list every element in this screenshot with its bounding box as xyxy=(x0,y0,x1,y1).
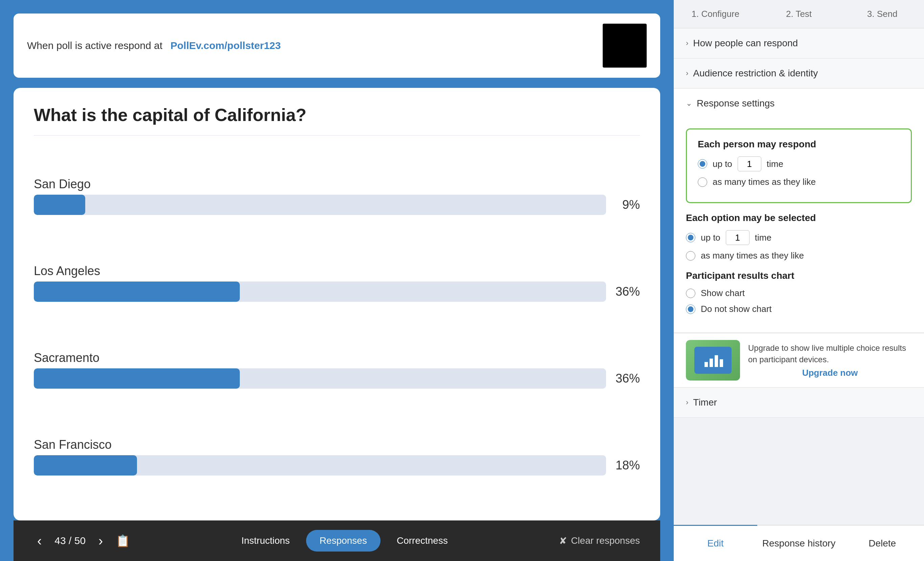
show-chart-radio[interactable] xyxy=(686,289,695,298)
chart-row: Sacramento 36% xyxy=(34,351,640,389)
accordion-audience: › Audience restriction & identity xyxy=(674,58,924,88)
upgrade-text-block: Upgrade to show live multiple choice res… xyxy=(748,343,912,378)
clear-responses-button[interactable]: ✘ Clear responses xyxy=(559,535,640,546)
bottom-toolbar: ‹ 43 / 50 › 📋 InstructionsResponsesCorre… xyxy=(14,521,660,561)
option-label: Los Angeles xyxy=(34,264,640,278)
each-person-card: Each person may respond up to time as ma… xyxy=(686,129,912,203)
next-button[interactable]: › xyxy=(95,530,106,552)
svg-rect-2 xyxy=(715,355,718,367)
bottom-tab-response-history[interactable]: Response history xyxy=(757,525,841,561)
chart-area: San Diego 9% Los Angeles 36% Sacramento … xyxy=(34,149,640,504)
poll-url-link[interactable]: PollEv.com/pollster123 xyxy=(171,40,281,51)
no-show-chart-row: Do not show chart xyxy=(686,304,912,314)
accordion-how-people: › How people can respond xyxy=(674,28,924,58)
left-panel: When poll is active respond at PollEv.co… xyxy=(0,0,674,561)
each-option-time-input[interactable] xyxy=(726,230,750,245)
step-configure[interactable]: 1. Configure xyxy=(674,0,757,28)
svg-rect-1 xyxy=(710,359,713,367)
each-option-radio2-row: as many times as they like xyxy=(686,250,912,261)
step-test[interactable]: 2. Test xyxy=(757,0,841,28)
poll-url-text: When poll is active respond at PollEv.co… xyxy=(27,40,281,51)
accordion-response-settings: ⌄ Response settings Each person may resp… xyxy=(674,88,924,333)
accordion-timer-header[interactable]: › Timer xyxy=(674,387,924,417)
each-person-radio1[interactable] xyxy=(698,159,707,169)
each-person-radio1-row: up to time xyxy=(698,157,900,171)
tab-responses[interactable]: Responses xyxy=(306,530,381,552)
accordion-how-people-header[interactable]: › How people can respond xyxy=(674,28,924,58)
top-bar: When poll is active respond at PollEv.co… xyxy=(14,13,660,78)
svg-rect-3 xyxy=(720,359,723,367)
bottom-tab-delete[interactable]: Delete xyxy=(840,525,924,561)
how-people-label: How people can respond xyxy=(693,38,798,49)
tab-correctness[interactable]: Correctness xyxy=(383,530,461,552)
each-person-upto: up to xyxy=(712,159,732,169)
upgrade-description: Upgrade to show live multiple choice res… xyxy=(748,343,906,364)
prev-button[interactable]: ‹ xyxy=(34,530,45,552)
bar-container: 9% xyxy=(34,194,640,215)
each-person-radio2-row: as many times as they like xyxy=(698,177,900,187)
upgrade-thumb-inner xyxy=(694,347,732,374)
bar-track xyxy=(34,281,606,302)
each-option-unlimited-label: as many times as they like xyxy=(701,250,804,261)
bottom-tab-edit[interactable]: Edit xyxy=(674,525,757,561)
bar-track xyxy=(34,194,606,215)
accordion-timer: › Timer xyxy=(674,387,924,418)
when-text: When poll is active respond at xyxy=(27,40,162,51)
each-option-radio2[interactable] xyxy=(686,251,695,260)
right-panel: 1. Configure2. Test3. Send › How people … xyxy=(674,0,924,561)
question-card: What is the capital of California? San D… xyxy=(14,88,660,521)
each-option-section: Each option may be selected up to time a… xyxy=(686,212,912,261)
each-person-radio2[interactable] xyxy=(698,177,707,187)
each-person-unlimited-label: as many times as they like xyxy=(712,177,816,187)
bar-pct: 9% xyxy=(613,198,640,212)
page-count: 43 / 50 xyxy=(54,535,86,546)
show-chart-row: Show chart xyxy=(686,288,912,298)
participant-chart-section: Participant results chart Show chart Do … xyxy=(686,270,912,314)
tab-group: InstructionsResponsesCorrectness xyxy=(228,530,461,552)
accordion-response-settings-header[interactable]: ⌄ Response settings xyxy=(674,88,924,118)
bar-pct: 18% xyxy=(613,458,640,473)
clear-icon: ✘ xyxy=(559,535,567,546)
upgrade-banner: Upgrade to show live multiple choice res… xyxy=(674,333,924,387)
no-show-chart-label: Do not show chart xyxy=(701,304,772,314)
svg-rect-0 xyxy=(705,362,708,367)
upgrade-link[interactable]: Upgrade now xyxy=(748,368,912,378)
each-person-title: Each person may respond xyxy=(698,139,900,150)
bar-fill xyxy=(34,368,240,389)
accordion-audience-header[interactable]: › Audience restriction & identity xyxy=(674,58,924,88)
chart-icon xyxy=(703,352,723,369)
bar-container: 36% xyxy=(34,281,640,302)
steps-nav: 1. Configure2. Test3. Send xyxy=(674,0,924,28)
bar-pct: 36% xyxy=(613,284,640,299)
step-send[interactable]: 3. Send xyxy=(840,0,924,28)
bar-fill xyxy=(34,194,85,215)
audience-label: Audience restriction & identity xyxy=(693,68,818,79)
response-settings-label: Response settings xyxy=(697,98,774,109)
show-chart-label: Show chart xyxy=(701,288,745,298)
response-settings-content: Each person may respond up to time as ma… xyxy=(674,118,924,333)
chevron-right-icon-3: › xyxy=(686,398,688,407)
no-show-chart-radio[interactable] xyxy=(686,305,695,314)
bar-container: 36% xyxy=(34,368,640,389)
each-person-time-input[interactable] xyxy=(738,157,761,171)
bottom-tabs: EditResponse historyDelete xyxy=(674,525,924,561)
bar-track xyxy=(34,455,606,476)
each-option-upto: up to xyxy=(701,232,720,243)
each-option-radio1[interactable] xyxy=(686,233,695,242)
each-option-time-label: time xyxy=(755,232,771,243)
copy-icon[interactable]: 📋 xyxy=(116,534,130,548)
option-label: San Francisco xyxy=(34,438,640,452)
each-option-radio1-row: up to time xyxy=(686,230,912,245)
tab-instructions[interactable]: Instructions xyxy=(228,530,303,552)
chart-row: San Francisco 18% xyxy=(34,438,640,476)
chevron-right-icon: › xyxy=(686,39,688,48)
each-person-time-label: time xyxy=(767,159,783,169)
participant-chart-title: Participant results chart xyxy=(686,270,912,281)
settings-scroll[interactable]: › How people can respond › Audience rest… xyxy=(674,28,924,525)
question-title: What is the capital of California? xyxy=(34,105,640,136)
upgrade-thumbnail xyxy=(686,340,740,380)
chart-row: Los Angeles 36% xyxy=(34,264,640,302)
chevron-right-icon-2: › xyxy=(686,69,688,78)
timer-label: Timer xyxy=(693,397,717,408)
chevron-down-icon: ⌄ xyxy=(686,99,692,108)
